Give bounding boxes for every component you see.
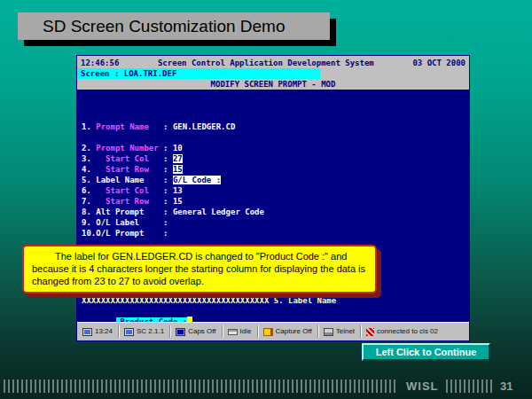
field-colon: : (163, 122, 173, 131)
statusbar-label: Telnet (336, 326, 355, 337)
statusbar-label: SC 2.1.1 (137, 326, 164, 337)
statusbar-segment: Idle (223, 325, 258, 338)
field-label: Start Col (96, 153, 163, 164)
terminal-statusbar: 13:24SC 2.1.1Caps OffIdleCapture OffTeln… (77, 322, 469, 340)
field-label: Start Row (96, 196, 163, 207)
field-value: G/L Code : (173, 176, 221, 184)
field-colon: : (163, 144, 173, 153)
terminal-field-row: 8.Alt Prompt: General Ledger Code (82, 207, 469, 217)
statusbar-segment: Capture Off (258, 325, 318, 338)
field-value: GEN.LEDGER.CD (173, 122, 235, 131)
terminal-fields: 1.Prompt Name: GEN.LEDGER.CD2.Prompt Num… (82, 121, 469, 239)
field-number: 1. (82, 121, 96, 132)
field-value: General Ledger Code (173, 207, 264, 216)
field-number: 7. (82, 196, 96, 207)
field-number: 10. (82, 228, 96, 239)
terminal-field-row: 4. Start Row: 15 (82, 164, 469, 175)
terminal-header: 12:46:56 Screen Control Application Deve… (77, 56, 469, 90)
statusbar-segment: SC 2.1.1 (119, 325, 170, 338)
field-label: O/L Prompt (96, 228, 163, 239)
statusbar-segment: Caps Off (170, 325, 222, 338)
footer-stripes-right (446, 379, 492, 393)
field-number: 8. (82, 207, 96, 217)
field-colon: : (163, 207, 173, 216)
screen-name-field: Screen : LOA.TRI.DEF (77, 68, 320, 79)
field-colon: : (163, 197, 173, 206)
screen-preview-row: XXXXXXXXXXXXXXXXXXXXXXXXXXXXXXXXXXXXXXX … (82, 295, 336, 306)
terminal-field-row: 1.Prompt Name: GEN.LEDGER.CD (82, 121, 469, 132)
statusbar-label: Capture Off (276, 326, 312, 337)
field-colon: : (163, 229, 173, 238)
slide-background: SD Screen Customization Demo 12:46:56 Sc… (0, 0, 532, 399)
field-label: Prompt Number (96, 143, 163, 153)
monitor-icon (124, 328, 134, 336)
footer-stripes-left (4, 379, 396, 393)
field-label: Alt Prompt (96, 207, 163, 217)
field-colon: : (163, 165, 173, 174)
terminal-app-title: Screen Control Application Development S… (158, 58, 374, 68)
terminal-field-row: 5.Label Name: G/L Code : (82, 175, 469, 185)
terminal-field-row: 9.O/L Label: (82, 217, 469, 228)
telnet-icon (324, 328, 333, 336)
terminal-screen-row: Screen : LOA.TRI.DEF (77, 68, 469, 79)
statusbar-segment: connected to cis 02 (361, 325, 469, 338)
field-label: Prompt Name (96, 121, 163, 132)
terminal-header-row: 12:46:56 Screen Control Application Deve… (77, 58, 469, 68)
slide-title-bar: SD Screen Customization Demo (18, 12, 330, 40)
field-value: 13 (173, 186, 183, 195)
terminal-field-row: 2.Prompt Number: 10 (82, 143, 469, 153)
terminal-date: 03 OCT 2000 (412, 58, 466, 68)
terminal-mode-title: MODIFY SCREEN PROMPT - MOD (77, 79, 469, 90)
field-value: 15 (173, 197, 183, 206)
field-number: 3. (82, 153, 96, 164)
screen-blue-icon (176, 328, 185, 336)
page-number: 31 (500, 379, 512, 393)
field-number: 6. (82, 185, 96, 196)
brand-label: WISL (406, 379, 439, 393)
field-label: Label Name (96, 175, 163, 185)
field-number: 2. (82, 143, 96, 153)
monitor-icon (82, 328, 92, 336)
field-colon: : (163, 186, 173, 195)
statusbar-label: 13:24 (95, 326, 113, 337)
capture-icon (263, 328, 273, 336)
field-number: 9. (82, 217, 96, 228)
terminal-field-row: 7. Start Row: 15 (82, 196, 469, 207)
terminal-field-row: 6. Start Col: 13 (82, 185, 469, 196)
continue-button[interactable]: Left Click to Continue (362, 343, 490, 361)
connection-icon (366, 328, 374, 336)
printer-icon (228, 329, 238, 335)
field-value: 10 (173, 144, 183, 153)
callout-box: The label for GEN.LEDGER.CD is changed t… (22, 245, 377, 293)
terminal-field-row: 10.O/L Prompt: (82, 228, 469, 239)
field-label: O/L Label (96, 217, 163, 228)
field-colon: : (163, 218, 173, 227)
field-colon: : (163, 176, 173, 184)
statusbar-segment: 13:24 (77, 325, 119, 338)
terminal-window: 12:46:56 Screen Control Application Deve… (76, 55, 470, 341)
terminal-field-row: 3. Start Col: 27 (82, 153, 469, 164)
field-number: 4. (82, 164, 96, 175)
field-number: 5. (82, 175, 96, 185)
product-code-row: Product Code : (78, 306, 192, 323)
statusbar-segment: Telnet (318, 325, 361, 338)
field-label: Start Row (96, 164, 163, 175)
statusbar-label: Idle (240, 326, 252, 337)
statusbar-label: Caps Off (188, 326, 215, 337)
field-label: Start Col (96, 185, 163, 196)
field-colon: : (163, 154, 173, 163)
callout-text: The label for GEN.LEDGER.CD is changed t… (32, 250, 367, 287)
statusbar-label: connected to cis 02 (377, 326, 438, 337)
field-value: 27 (173, 154, 183, 163)
terminal-time: 12:46:56 (81, 58, 119, 68)
page-title: SD Screen Customization Demo (43, 17, 286, 36)
field-value: 15 (173, 165, 183, 174)
